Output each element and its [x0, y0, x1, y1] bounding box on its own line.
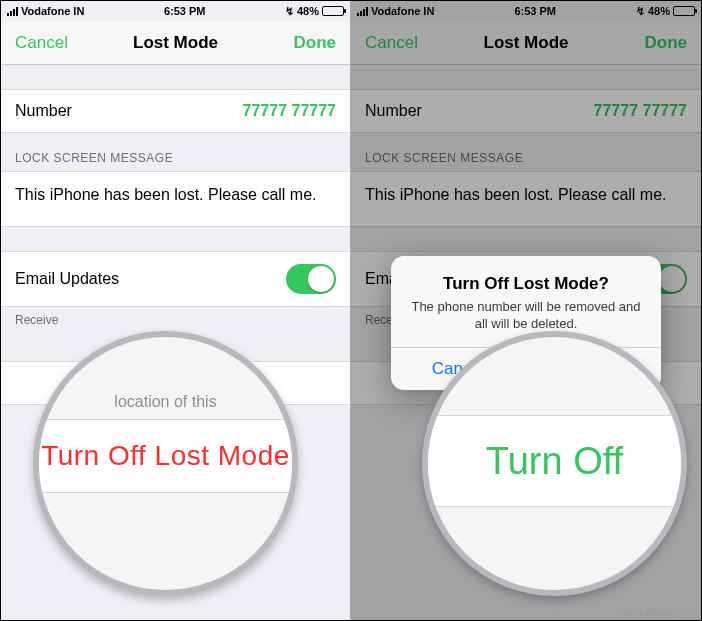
- magnified-turn-off-confirm: Turn Off: [486, 440, 623, 482]
- left-magnifier: location of this Turn Off Lost Mode: [33, 331, 298, 596]
- nav-bar: Cancel Lost Mode Done: [351, 21, 701, 65]
- email-updates-row: Email Updates: [1, 251, 350, 307]
- lock-message-field[interactable]: This iPhone has been lost. Please call m…: [1, 171, 350, 227]
- battery-icon: [322, 6, 344, 16]
- status-right: ↯ 48%: [285, 5, 344, 18]
- carrier-label: Vodafone IN: [371, 5, 434, 17]
- status-time: 6:53 PM: [434, 5, 636, 17]
- lock-screen-section-header: LOCK SCREEN MESSAGE: [351, 133, 701, 171]
- tutorial-composite: Vodafone IN 6:53 PM ↯ 48% Cancel Lost Mo…: [0, 0, 702, 621]
- email-updates-label: Email Updates: [15, 270, 119, 288]
- status-time: 6:53 PM: [84, 5, 285, 17]
- magnified-turn-off-text: Turn Off Lost Mode: [41, 440, 290, 471]
- email-updates-note: Receive: [1, 307, 350, 333]
- left-screenshot: Vodafone IN 6:53 PM ↯ 48% Cancel Lost Mo…: [1, 1, 351, 620]
- email-updates-toggle[interactable]: [286, 264, 336, 294]
- status-bar: Vodafone IN 6:53 PM ↯ 48%: [1, 1, 350, 21]
- right-screenshot: Vodafone IN 6:53 PM ↯48% Cancel Lost Mod…: [351, 1, 701, 620]
- carrier-label: Vodafone IN: [21, 5, 84, 17]
- number-label: Number: [15, 102, 72, 120]
- signal-icon: [357, 7, 368, 16]
- lock-screen-section-header: LOCK SCREEN MESSAGE: [1, 133, 350, 171]
- battery-percent: 48%: [648, 5, 670, 17]
- cancel-button[interactable]: Cancel: [15, 33, 68, 53]
- status-left: Vodafone IN: [7, 5, 84, 17]
- alert-message: The phone number will be removed and all…: [407, 298, 645, 333]
- number-label: Number: [365, 102, 422, 120]
- number-row[interactable]: Number 77777 77777: [351, 89, 701, 133]
- lightning-icon: ↯: [636, 5, 645, 18]
- lock-message-field[interactable]: This iPhone has been lost. Please call m…: [351, 171, 701, 227]
- signal-icon: [7, 7, 18, 16]
- number-value: 77777 77777: [243, 102, 336, 120]
- status-bar: Vodafone IN 6:53 PM ↯48%: [351, 1, 701, 21]
- done-button[interactable]: Done: [294, 33, 337, 53]
- watermark: www.deuaq.com: [622, 607, 695, 618]
- lightning-icon: ↯: [285, 5, 294, 18]
- battery-percent: 48%: [297, 5, 319, 17]
- battery-icon: [673, 6, 695, 16]
- number-value: 77777 77777: [594, 102, 687, 120]
- done-button[interactable]: Done: [645, 33, 688, 53]
- cancel-button[interactable]: Cancel: [365, 33, 418, 53]
- number-row[interactable]: Number 77777 77777: [1, 89, 350, 133]
- nav-bar: Cancel Lost Mode Done: [1, 21, 350, 65]
- right-magnifier: Turn Off: [422, 331, 687, 596]
- magnifier-hint: location of this: [33, 393, 298, 411]
- alert-title: Turn Off Lost Mode?: [407, 274, 645, 294]
